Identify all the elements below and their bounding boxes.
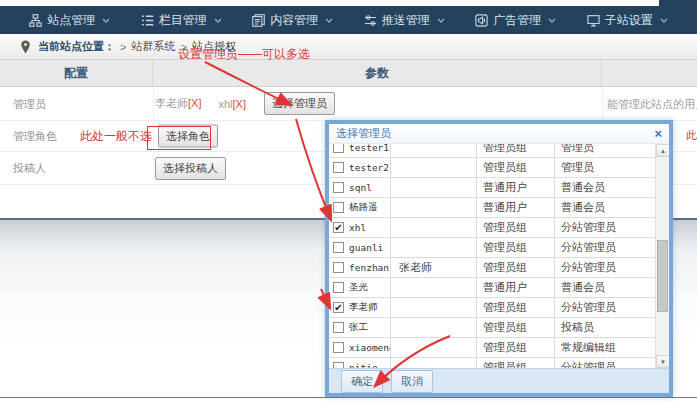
nav-label: 子站设置 — [605, 12, 653, 29]
user-checkbox[interactable]: ✔ — [333, 222, 344, 233]
nav-item-site-management[interactable]: 站点管理 — [29, 12, 110, 29]
contributor-row-label: 投稿人 — [13, 161, 46, 176]
user-role: 管理员 — [555, 144, 655, 157]
user-row: 杨路遥 普通用户 普通会员 — [329, 198, 655, 218]
user-username: 杨路遥 — [349, 201, 378, 214]
nav-label: 站点管理 — [47, 12, 95, 29]
nav-label: 广告管理 — [493, 12, 541, 29]
user-group: 管理员组 — [477, 158, 555, 177]
nav-label: 内容管理 — [270, 12, 318, 29]
user-role: 普通会员 — [555, 278, 655, 297]
nav-label: 推送管理 — [382, 12, 430, 29]
user-list: tester1 管理员组 管理员 tester2 管理员组 管理员 sqnl 普… — [329, 144, 655, 368]
cancel-button[interactable]: 取消 — [391, 370, 433, 393]
user-checkbox[interactable] — [333, 144, 344, 153]
config-table-header: 配置 参数 — [0, 60, 697, 87]
user-checkbox[interactable] — [333, 162, 344, 173]
select-contributor-button[interactable]: 选择投稿人 — [155, 157, 226, 180]
list-icon — [141, 14, 154, 27]
nav-item-ad-management[interactable]: 广告管理 — [475, 12, 556, 29]
select-role-button[interactable]: 选择角色 — [158, 125, 218, 148]
window-bottom-edge — [0, 397, 697, 398]
nav-item-column-management[interactable]: 栏目管理 — [141, 12, 222, 29]
chevron-down-icon — [214, 18, 222, 23]
user-row: 圣光 普通用户 普通会员 — [329, 278, 655, 298]
user-role: 分站管理员 — [555, 218, 655, 237]
user-role: 普通会员 — [555, 198, 655, 217]
scroll-up-icon[interactable]: ▲ — [656, 144, 669, 157]
breadcrumb-label: 当前站点位置： — [38, 39, 115, 54]
scroll-down-icon[interactable]: ▼ — [656, 355, 669, 368]
user-checkbox[interactable] — [333, 262, 344, 273]
annotation-role-note: 此处一般不选 — [80, 128, 152, 145]
user-row: nitie 管理员组 分站管理员 — [329, 358, 655, 368]
user-row: xiaomeng 管理员组 常规编辑组 — [329, 338, 655, 358]
nav-item-push-management[interactable]: 推送管理 — [364, 12, 445, 29]
chevron-down-icon — [548, 18, 556, 23]
user-realname — [391, 218, 477, 237]
user-group: 管理员组 — [477, 358, 555, 368]
user-checkbox[interactable] — [333, 202, 344, 213]
config-row-admin: 管理员 李老师[X] xhl[X] 选择管理员 能管理此站点的用户,所选 — [0, 87, 697, 121]
select-admin-dialog: 选择管理员 × tester1 管理员组 管理员 tester2 管理员组 管理… — [325, 120, 673, 397]
remove-admin-link[interactable]: [X] — [188, 97, 201, 109]
content-icon — [252, 14, 265, 27]
user-role: 管理员 — [555, 158, 655, 177]
user-group: 普通用户 — [477, 278, 555, 297]
scrollbar[interactable]: ▲ ▼ — [655, 144, 669, 368]
user-realname — [391, 144, 477, 157]
user-realname — [391, 358, 477, 368]
user-checkbox[interactable] — [333, 242, 344, 253]
chevron-down-icon — [325, 18, 333, 23]
user-username: guanli — [349, 242, 383, 253]
breadcrumb-separator: > — [120, 41, 126, 53]
user-username: 李老师 — [349, 301, 378, 314]
user-row: guanli 管理员组 分站管理员 — [329, 238, 655, 258]
chevron-down-icon — [437, 18, 445, 23]
user-checkbox[interactable] — [333, 182, 344, 193]
ok-button[interactable]: 确定 — [341, 370, 383, 393]
user-username: 圣光 — [349, 281, 368, 294]
user-group: 普通用户 — [477, 198, 555, 217]
chevron-down-icon — [102, 18, 110, 23]
nav-item-content-management[interactable]: 内容管理 — [252, 12, 333, 29]
breadcrumb-link-site-group[interactable]: 站群系统 — [131, 39, 175, 54]
cms-admin-page: 站点管理 栏目管理 内容管理 推送管理 广告管理 子站设置 — [0, 0, 697, 402]
push-sliders-icon — [364, 14, 377, 27]
user-username: xhl — [349, 222, 366, 233]
location-pin-icon — [20, 40, 31, 54]
user-checkbox[interactable] — [333, 342, 344, 353]
user-list-viewport: tester1 管理员组 管理员 tester2 管理员组 管理员 sqnl 普… — [329, 144, 669, 368]
user-checkbox[interactable] — [333, 282, 344, 293]
user-group: 管理员组 — [477, 144, 555, 157]
user-group: 管理员组 — [477, 298, 555, 317]
user-group: 管理员组 — [477, 258, 555, 277]
user-checkbox[interactable] — [333, 362, 344, 368]
user-checkbox[interactable]: ✔ — [333, 302, 344, 313]
select-admin-button[interactable]: 选择管理员 — [264, 92, 335, 115]
remove-admin-link[interactable]: [X] — [233, 98, 246, 110]
annotation-right-clipped: 此处 — [686, 128, 697, 143]
user-realname — [391, 238, 477, 257]
user-checkbox[interactable] — [333, 322, 344, 333]
user-realname — [391, 178, 477, 197]
role-row-label: 管理角色 — [13, 129, 57, 144]
close-icon[interactable]: × — [654, 127, 662, 140]
nav-item-subsite-settings[interactable]: 子站设置 — [587, 12, 668, 29]
user-realname — [391, 318, 477, 337]
breadcrumb: 当前站点位置： > 站群系统 > 站点授权 — [0, 34, 697, 60]
user-row: ✔ 李老师 管理员组 分站管理员 — [329, 298, 655, 318]
user-role: 普通会员 — [555, 178, 655, 197]
user-username: tester2 — [349, 162, 389, 173]
user-row: tester2 管理员组 管理员 — [329, 158, 655, 178]
nav-label: 栏目管理 — [159, 12, 207, 29]
user-row: tester1 管理员组 管理员 — [329, 144, 655, 158]
scrollbar-thumb[interactable] — [657, 240, 668, 312]
admin-row-label: 管理员 — [13, 96, 46, 111]
header-params: 参数 — [153, 60, 602, 86]
main-nav: 站点管理 栏目管理 内容管理 推送管理 广告管理 子站设置 — [0, 6, 697, 34]
user-username: xiaomeng — [349, 342, 391, 353]
admin-row-hint: 能管理此站点的用户,所选 — [607, 96, 697, 111]
user-row: ✔ xhl 管理员组 分站管理员 — [329, 218, 655, 238]
megaphone-icon — [475, 14, 488, 27]
